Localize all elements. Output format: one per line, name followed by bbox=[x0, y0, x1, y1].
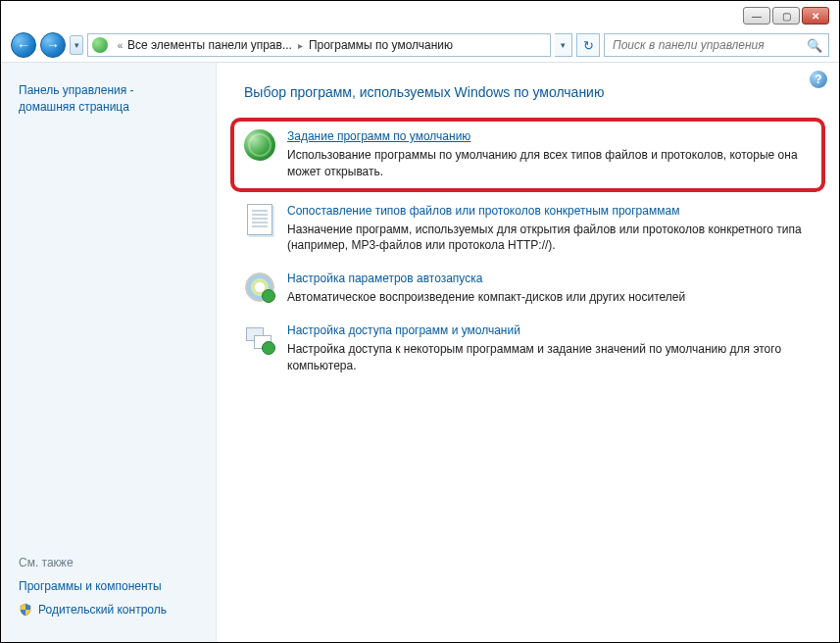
document-icon bbox=[244, 204, 275, 235]
sidebar-link-parental[interactable]: Родительский контроль bbox=[19, 603, 202, 617]
breadcrumb-dropdown[interactable]: ▾ bbox=[555, 33, 572, 57]
search-box[interactable]: 🔍 bbox=[604, 33, 829, 57]
window-controls: — ▢ ✕ bbox=[743, 7, 829, 25]
item-program-access: Настройка доступа программ и умолчаний Н… bbox=[244, 323, 812, 374]
breadcrumb-item-2[interactable]: Программы по умолчанию bbox=[309, 38, 453, 52]
page-title: Выбор программ, используемых Windows по … bbox=[244, 84, 812, 100]
link-program-access[interactable]: Настройка доступа программ и умолчаний bbox=[287, 323, 520, 337]
sidebar-link-programs-text: Программы и компоненты bbox=[19, 579, 162, 593]
sidebar-bottom: См. также Программы и компоненты Родител… bbox=[19, 556, 202, 626]
breadcrumb-item-1[interactable]: Все элементы панели управ... bbox=[127, 38, 292, 52]
help-button[interactable]: ? bbox=[810, 71, 827, 88]
sidebar-link-parental-text: Родительский контроль bbox=[38, 603, 167, 617]
item-body: Сопоставление типов файлов или протоколо… bbox=[287, 204, 812, 255]
search-input[interactable] bbox=[611, 37, 807, 53]
sidebar: Панель управления - домашняя страница См… bbox=[1, 63, 217, 642]
item-body: Настройка доступа программ и умолчаний Н… bbox=[287, 323, 812, 374]
minimize-button[interactable]: — bbox=[743, 7, 770, 25]
desc-program-access: Настройка доступа к некоторым программам… bbox=[287, 341, 812, 374]
sidebar-link-programs[interactable]: Программы и компоненты bbox=[19, 579, 202, 593]
control-panel-icon bbox=[92, 37, 108, 53]
close-button[interactable]: ✕ bbox=[802, 7, 829, 25]
link-associate-filetypes[interactable]: Сопоставление типов файлов или протоколо… bbox=[287, 204, 679, 218]
see-also-label: См. также bbox=[19, 556, 202, 569]
maximize-button[interactable]: ▢ bbox=[772, 7, 800, 25]
disc-icon bbox=[244, 272, 275, 303]
nav-history-dropdown[interactable]: ▾ bbox=[70, 35, 83, 55]
breadcrumb-chevrons[interactable]: « bbox=[112, 34, 127, 56]
main-panel: ? Выбор программ, используемых Windows п… bbox=[217, 63, 839, 642]
item-body: Настройка параметров автозапуска Автомат… bbox=[287, 272, 812, 306]
link-autoplay-settings[interactable]: Настройка параметров автозапуска bbox=[287, 272, 482, 285]
content-area: Панель управления - домашняя страница См… bbox=[1, 63, 839, 642]
search-icon[interactable]: 🔍 bbox=[807, 38, 822, 53]
sidebar-title-line1: Панель управления - bbox=[19, 83, 134, 97]
desc-set-default-programs: Использование программы по умолчанию для… bbox=[287, 147, 812, 180]
desc-autoplay-settings: Автоматическое воспроизведение компакт-д… bbox=[287, 289, 812, 306]
shield-icon bbox=[19, 603, 32, 617]
item-body: Задание программ по умолчанию Использова… bbox=[287, 129, 812, 180]
sidebar-title-line2: домашняя страница bbox=[19, 100, 129, 114]
sidebar-home-link[interactable]: Панель управления - домашняя страница bbox=[19, 82, 202, 116]
breadcrumb-sep-icon[interactable]: ▸ bbox=[292, 40, 309, 51]
desc-associate-filetypes: Назначение программ, используемых для от… bbox=[287, 222, 812, 255]
item-autoplay-settings: Настройка параметров автозапуска Автомат… bbox=[244, 272, 812, 306]
globe-icon bbox=[244, 129, 275, 161]
breadcrumb[interactable]: « Все элементы панели управ... ▸ Програм… bbox=[87, 33, 551, 57]
forward-button[interactable]: → bbox=[40, 32, 66, 58]
windows-icon bbox=[244, 323, 275, 355]
item-set-default-programs: Задание программ по умолчанию Использова… bbox=[230, 118, 825, 192]
link-set-default-programs[interactable]: Задание программ по умолчанию bbox=[287, 129, 470, 143]
address-bar-row: ← → ▾ « Все элементы панели управ... ▸ П… bbox=[11, 30, 829, 60]
refresh-button[interactable]: ↻ bbox=[576, 33, 600, 57]
back-button[interactable]: ← bbox=[11, 32, 36, 58]
item-associate-filetypes: Сопоставление типов файлов или протоколо… bbox=[244, 204, 812, 255]
